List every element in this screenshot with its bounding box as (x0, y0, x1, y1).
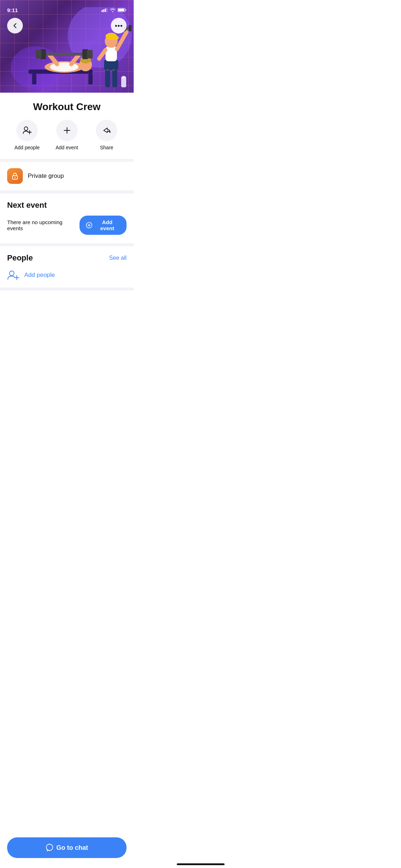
battery-icon (118, 8, 127, 12)
add-event-label: Add event (56, 145, 78, 150)
status-icons (102, 8, 127, 12)
see-all-button[interactable]: See all (109, 255, 127, 261)
divider-3 (0, 243, 134, 246)
divider-1 (0, 159, 134, 162)
svg-rect-35 (129, 25, 132, 31)
divider-4 (0, 288, 134, 290)
group-title: Workout Crew (0, 93, 134, 120)
lock-icon-bg (7, 168, 23, 184)
svg-rect-5 (118, 9, 124, 11)
add-event-btn-label: Add event (94, 219, 120, 231)
people-header: People See all (7, 253, 127, 263)
next-event-title: Next event (7, 201, 127, 210)
svg-rect-10 (32, 74, 36, 84)
status-bar: 9:11 (0, 0, 134, 16)
add-event-action[interactable]: Add event (47, 120, 87, 150)
svg-rect-24 (112, 69, 117, 87)
no-events-text: There are no upcoming events (7, 219, 79, 231)
svg-point-42 (24, 127, 28, 130)
svg-rect-27 (104, 60, 118, 70)
add-event-button[interactable]: Add event (79, 216, 127, 235)
next-event-section: Next event There are no upcoming events … (0, 193, 134, 243)
add-people-label: Add people (14, 145, 40, 150)
svg-rect-38 (122, 76, 125, 78)
wifi-icon (110, 8, 115, 12)
plus-icon (63, 126, 71, 135)
share-label: Share (100, 145, 113, 150)
svg-point-48 (15, 177, 16, 178)
private-group-label: Private group (28, 172, 64, 180)
private-group-row: Private group (0, 162, 134, 191)
svg-rect-20 (36, 50, 41, 58)
no-events-row: There are no upcoming events Add event (7, 216, 127, 235)
back-button[interactable] (7, 18, 23, 33)
svg-rect-37 (121, 77, 126, 87)
svg-rect-22 (87, 50, 93, 58)
svg-rect-23 (105, 69, 110, 87)
svg-rect-2 (105, 9, 106, 12)
add-event-circle (56, 120, 78, 141)
main-content: Workout Crew Add people Add event (0, 93, 134, 326)
divider-2 (0, 191, 134, 193)
svg-rect-3 (107, 8, 108, 12)
svg-rect-6 (125, 9, 127, 11)
svg-point-39 (115, 25, 117, 27)
add-people-text[interactable]: Add people (24, 272, 55, 279)
more-button[interactable] (111, 18, 127, 33)
svg-point-41 (120, 25, 122, 27)
share-circle (96, 120, 117, 141)
lock-icon (11, 172, 19, 180)
status-time: 9:11 (7, 7, 18, 13)
svg-rect-1 (103, 9, 104, 12)
person-add-icon (22, 126, 32, 135)
action-row: Add people Add event Share (0, 120, 134, 159)
signal-icon (102, 8, 108, 12)
svg-rect-0 (102, 10, 103, 12)
people-title: People (7, 253, 33, 263)
svg-point-31 (113, 36, 119, 40)
svg-point-52 (10, 271, 14, 276)
share-action[interactable]: Share (87, 120, 127, 150)
people-section: People See all Add people (0, 246, 134, 288)
add-people-icon (7, 270, 19, 280)
svg-point-40 (118, 25, 120, 27)
svg-rect-11 (88, 74, 93, 84)
add-event-plus-icon (86, 222, 92, 228)
add-people-circle (16, 120, 38, 141)
share-icon (102, 126, 111, 135)
add-people-row[interactable]: Add people (7, 268, 127, 282)
add-people-action[interactable]: Add people (7, 120, 47, 150)
svg-rect-18 (45, 53, 84, 56)
